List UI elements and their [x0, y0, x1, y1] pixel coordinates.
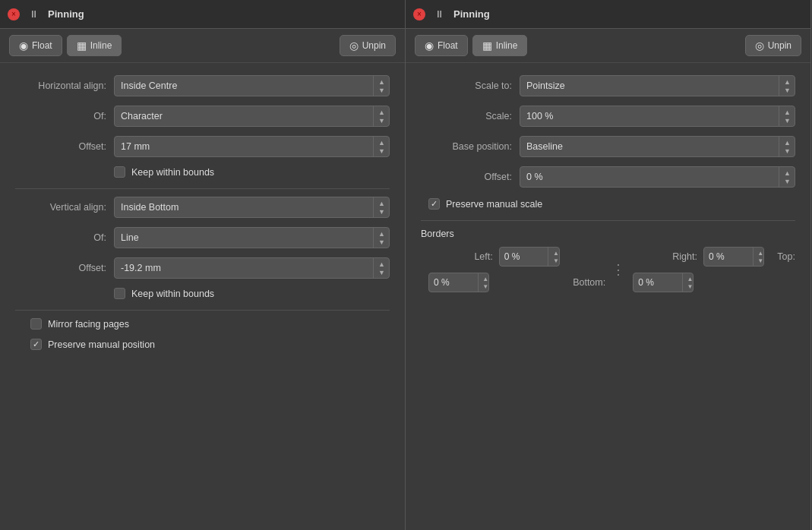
offset2-row: Offset: ▲▼ [15, 257, 390, 279]
left-titlebar: × ⏸ Pinning [0, 0, 405, 29]
keep-bounds1-row: Keep within bounds [15, 166, 390, 178]
right-offset-input-wrapper: ▲▼ [520, 166, 795, 188]
v-align-row: Vertical align: Inside Bottom Inside Top… [15, 197, 390, 218]
left-toolbar: ◉ Float ▦ Inline ◎ Unpin [0, 29, 405, 63]
left-float-button[interactable]: ◉ Float [9, 35, 62, 56]
right-offset-row: Offset: ▲▼ [421, 166, 795, 188]
right-unpin-label: Unpin [768, 40, 791, 51]
right-border-label: Right: [633, 251, 697, 262]
preserve-scale-checkmark: ✓ [431, 199, 438, 209]
keep-bounds2-checkbox[interactable] [114, 288, 125, 299]
offset1-label: Offset: [15, 141, 114, 152]
right-float-icon: ◉ [425, 39, 434, 52]
h-align-row: Horizontal align: Inside Centre Inside L… [15, 75, 390, 96]
keep-bounds1-label: Keep within bounds [131, 167, 214, 178]
left-unpin-button[interactable]: ◎ Unpin [340, 35, 396, 56]
right-float-button[interactable]: ◉ Float [415, 35, 468, 56]
offset2-input-wrapper: ▲▼ [114, 257, 390, 279]
scale-row: Scale: ▲▼ [421, 106, 795, 127]
of1-select-wrapper: Character Line Paragraph Page Text Frame… [114, 106, 390, 127]
right-unpin-button[interactable]: ◎ Unpin [745, 35, 801, 56]
divider2 [15, 310, 390, 311]
preserve-pos-label: Preserve manual position [48, 339, 155, 350]
right-offset-input[interactable] [520, 166, 795, 188]
link-icon: ⋮ [611, 261, 627, 278]
preserve-scale-label: Preserve manual scale [446, 199, 542, 210]
base-pos-select-wrapper: Baseline Top Centre Bottom ▲▼ [520, 136, 795, 157]
mirror-checkbox[interactable] [30, 318, 42, 330]
borders-grid: Left: ▲▼ ⋮ Right: ▲▼ Top: ▲▼ Bottom: [421, 247, 795, 292]
right-border-input[interactable] [703, 247, 764, 267]
right-content: Scale to: Pointsize Cap Height x-Height … [406, 63, 810, 530]
left-unpin-icon: ◎ [349, 39, 359, 52]
top-border-input[interactable] [428, 273, 489, 292]
of1-label: Of: [15, 111, 114, 121]
h-align-select-wrapper: Inside Centre Inside Left Inside Right C… [114, 75, 390, 96]
h-align-select[interactable]: Inside Centre Inside Left Inside Right C… [114, 75, 390, 96]
right-close-button[interactable]: × [413, 8, 425, 21]
offset1-input-wrapper: ▲▼ [114, 136, 390, 157]
scale-to-select[interactable]: Pointsize Cap Height x-Height None [520, 75, 795, 96]
h-align-label: Horizontal align: [15, 80, 114, 91]
offset2-input[interactable] [114, 257, 390, 279]
keep-bounds1-checkbox[interactable] [114, 166, 125, 178]
preserve-scale-checkbox[interactable]: ✓ [428, 198, 440, 210]
v-align-label: Vertical align: [15, 202, 114, 213]
preserve-pos-row: ✓ Preserve manual position [15, 339, 390, 350]
of2-label: Of: [15, 232, 114, 243]
right-titlebar: × ⏸ Pinning [406, 0, 810, 29]
offset2-label: Offset: [15, 263, 114, 273]
left-float-icon: ◉ [19, 39, 28, 52]
right-panel: × ⏸ Pinning ◉ Float ▦ Inline ◎ Unpin Sca… [406, 0, 811, 530]
of2-select-wrapper: Line Character Paragraph Page Text Frame… [114, 227, 390, 248]
base-pos-row: Base position: Baseline Top Centre Botto… [421, 136, 795, 157]
base-pos-label: Base position: [421, 141, 520, 152]
right-inline-icon: ▦ [482, 39, 492, 52]
bottom-border-input-wrapper: ▲▼ [633, 273, 697, 292]
right-unpin-icon: ◎ [755, 39, 764, 52]
left-border-label: Left: [428, 251, 493, 262]
keep-bounds2-row: Keep within bounds [15, 288, 390, 299]
left-border-input-wrapper: ▲▼ [499, 247, 564, 267]
top-border-label: Top: [774, 251, 795, 262]
scale-label: Scale: [421, 111, 520, 121]
base-pos-select[interactable]: Baseline Top Centre Bottom [520, 136, 795, 157]
borders-header: Borders [421, 229, 795, 239]
top-border-input-wrapper: ▲▼ [428, 273, 493, 292]
of1-select[interactable]: Character Line Paragraph Page Text Frame [114, 106, 390, 127]
bottom-border-input[interactable] [633, 273, 694, 292]
mirror-label: Mirror facing pages [48, 319, 129, 330]
right-divider [421, 220, 795, 221]
v-align-select[interactable]: Inside Bottom Inside Top Inside Centre C… [114, 197, 390, 218]
offset1-input[interactable] [114, 136, 390, 157]
preserve-scale-row: ✓ Preserve manual scale [421, 198, 795, 210]
bottom-border-label: Bottom: [569, 277, 605, 288]
left-float-label: Float [32, 40, 52, 51]
divider1 [15, 188, 390, 189]
of1-row: Of: Character Line Paragraph Page Text F… [15, 106, 390, 127]
left-pause-button[interactable]: ⏸ [26, 8, 42, 20]
left-close-button[interactable]: × [8, 8, 20, 21]
keep-bounds2-label: Keep within bounds [131, 289, 214, 299]
offset1-row: Offset: ▲▼ [15, 136, 390, 157]
right-pause-button[interactable]: ⏸ [431, 8, 447, 20]
preserve-pos-checkbox[interactable]: ✓ [30, 339, 42, 350]
left-inline-icon: ▦ [77, 39, 87, 52]
left-border-input[interactable] [499, 247, 560, 267]
right-inline-label: Inline [496, 40, 518, 51]
of2-select[interactable]: Line Character Paragraph Page Text Frame [114, 227, 390, 248]
left-panel: × ⏸ Pinning ◉ Float ▦ Inline ◎ Unpin Hor… [0, 0, 406, 530]
scale-to-label: Scale to: [421, 80, 520, 91]
left-panel-title: Pinning [48, 8, 84, 20]
scale-to-select-wrapper: Pointsize Cap Height x-Height None ▲▼ [520, 75, 795, 96]
right-panel-title: Pinning [453, 8, 490, 20]
scale-input[interactable] [520, 106, 795, 127]
right-border-input-wrapper: ▲▼ [703, 247, 768, 267]
right-toolbar: ◉ Float ▦ Inline ◎ Unpin [406, 29, 810, 63]
right-float-label: Float [438, 40, 458, 51]
left-unpin-label: Unpin [362, 40, 386, 51]
left-inline-label: Inline [90, 40, 112, 51]
left-inline-button[interactable]: ▦ Inline [67, 35, 122, 56]
right-inline-button[interactable]: ▦ Inline [472, 35, 528, 56]
v-align-select-wrapper: Inside Bottom Inside Top Inside Centre C… [114, 197, 390, 218]
